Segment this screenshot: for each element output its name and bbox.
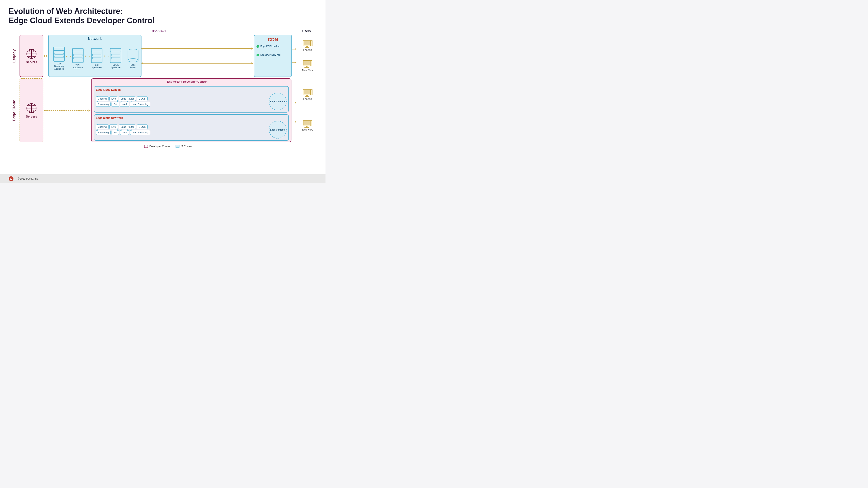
pop-dot-newyork <box>256 54 259 56</box>
footer: ©2021 Fastly, Inc. <box>0 174 326 183</box>
waf-appliance-icon <box>72 48 84 63</box>
ec-newyork-title: Edge Cloud New York <box>96 117 287 120</box>
fastly-logo <box>9 176 13 181</box>
ec-london-layout: Caching Live Edge Router <box>96 93 287 110</box>
page-title: Evolution of Web Architecture: Edge Clou… <box>9 6 317 25</box>
edge-router-icon <box>127 48 139 63</box>
ec-london-row2: Streaming Bot WAF <box>96 102 267 107</box>
title-line1: Evolution of Web Architecture: <box>9 7 123 15</box>
server-to-network-arrow <box>43 35 47 77</box>
svg-rect-51 <box>305 127 309 128</box>
legend-it-box <box>176 145 180 148</box>
ec-globe-icon <box>26 103 37 114</box>
ec-monitor-newyork <box>303 120 312 128</box>
chip-lb-ny: Load Balancing <box>130 130 150 135</box>
edge-pop-london: Edge POP London <box>256 45 289 48</box>
svg-rect-35 <box>305 67 309 68</box>
svg-rect-30 <box>305 47 309 48</box>
edge-pop-newyork: Edge POP New York <box>256 54 289 56</box>
ec-newyork-row1: Caching Live Edge Router <box>96 125 267 129</box>
appliance-bot: Bot Appliance <box>91 48 102 69</box>
legacy-servers-label: Servers <box>26 60 37 64</box>
ec-london-services: Caching Live Edge Router <box>96 96 267 107</box>
footer-copyright: ©2021 Fastly, Inc. <box>18 177 39 180</box>
ec-to-users-arrows <box>291 78 296 142</box>
chip-waf-london: WAF <box>120 102 129 107</box>
chip-caching-london: Caching <box>96 96 108 101</box>
ec-newyork-layout: Caching Live Edge Router <box>96 121 287 139</box>
svg-rect-36 <box>310 61 312 66</box>
svg-rect-14 <box>91 51 102 63</box>
network-box: Network Load Balancing Appliance ⟷ <box>48 35 142 77</box>
ec-user-label-london: London <box>303 98 312 101</box>
chip-edgerouter-ny: Edge Router <box>119 125 136 129</box>
cdn-to-users-arrows <box>292 35 296 77</box>
chip-streaming-london: Streaming <box>96 102 111 107</box>
ddos-appliance-label: DDOS Appliance <box>110 64 121 69</box>
arrow4: → <box>123 54 126 58</box>
ec-london-box: Edge Cloud London Caching Live <box>94 86 289 112</box>
ec-servers-label: Servers <box>26 115 37 118</box>
pop-dot-london <box>256 45 259 48</box>
chip-live-london: Live <box>110 96 118 101</box>
legacy-row: Legacy Servers <box>9 35 317 77</box>
cdn-title: CDN <box>256 37 289 42</box>
cdn-box: CDN Edge POP London Edge POP New York <box>254 35 292 77</box>
lb-appliance-icon <box>53 47 65 62</box>
title-line2: Edge Cloud Extends Developer Control <box>9 16 155 25</box>
chip-ddos-ny: DDOS <box>137 125 148 129</box>
monitor-icon-newyork <box>303 60 312 68</box>
svg-rect-31 <box>311 40 312 46</box>
chip-live-ny: Live <box>110 125 118 129</box>
ec-user-label-newyork: New York <box>302 129 313 132</box>
users-label: Users <box>302 29 311 33</box>
svg-rect-52 <box>310 120 312 126</box>
ec-dashed-arrow <box>43 78 91 142</box>
legend-dev-label: Developer Control <box>149 145 170 148</box>
svg-rect-33 <box>304 61 311 65</box>
svg-rect-45 <box>306 95 308 96</box>
svg-rect-46 <box>305 96 309 97</box>
ddos-appliance-icon <box>110 48 121 63</box>
pop-label-london: Edge POP London <box>260 45 279 48</box>
appliance-lb: Load Balancing Appliance <box>53 47 65 70</box>
ec-london-title: Edge Cloud London <box>96 88 287 91</box>
legacy-label-box: Legacy <box>9 35 20 77</box>
legend: Developer Control IT Control <box>9 145 317 148</box>
chip-waf-ny: WAF <box>120 130 129 135</box>
dev-control-label: End-to-End Developer Control <box>167 80 208 83</box>
svg-rect-29 <box>306 46 308 47</box>
chip-ddos-london: DDOS <box>137 96 148 101</box>
legacy-servers-box: Servers <box>20 35 43 77</box>
edge-compute-newyork: Edge Compute <box>269 121 287 139</box>
waf-appliance-label: WAF Appliance <box>72 64 84 69</box>
main-container: Evolution of Web Architecture: Edge Clou… <box>0 0 326 183</box>
network-title: Network <box>51 37 138 41</box>
svg-rect-7 <box>54 47 64 51</box>
ec-london-row1: Caching Live Edge Router <box>96 96 267 101</box>
ec-newyork-services: Caching Live Edge Router <box>96 125 267 135</box>
svg-rect-10 <box>72 51 83 63</box>
chip-streaming-ny: Streaming <box>96 130 111 135</box>
ec-monitor-london <box>303 89 312 97</box>
legacy-row-label: Legacy <box>12 49 17 63</box>
arrow2: ⟷ <box>85 54 90 58</box>
it-control-label: IT Control <box>152 30 166 33</box>
chip-bot-london: Bot <box>112 102 119 107</box>
svg-rect-28 <box>304 41 311 45</box>
ec-users-column: London New York <box>299 78 317 142</box>
globe-icon <box>26 48 37 59</box>
ec-newyork-row2: Streaming Bot WAF <box>96 130 267 135</box>
legend-it-control: IT Control <box>176 145 192 148</box>
svg-rect-15 <box>91 48 102 52</box>
svg-rect-18 <box>110 51 121 63</box>
legend-dev-box <box>144 145 148 148</box>
svg-rect-11 <box>72 48 83 52</box>
arrow1: ⟷ <box>66 54 71 58</box>
user-label-newyork: New York <box>302 69 313 72</box>
svg-rect-49 <box>304 121 311 125</box>
svg-rect-6 <box>54 50 64 61</box>
ec-newyork-box: Edge Cloud New York Caching Live <box>94 114 289 141</box>
pop-label-newyork: Edge POP New York <box>260 54 281 56</box>
appliance-ddos: DDOS Appliance <box>110 48 121 69</box>
